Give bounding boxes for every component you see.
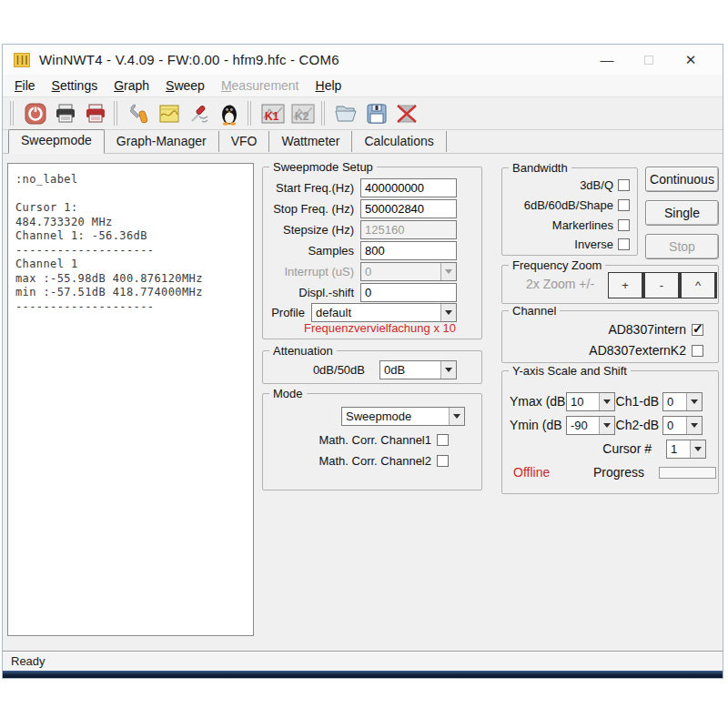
ad8307-extern-label: AD8307externK2 [589, 343, 686, 358]
bandwidth-6db-checkbox[interactable] [618, 199, 630, 211]
close-button[interactable]: ✕ [670, 52, 712, 68]
chevron-down-icon [440, 263, 456, 280]
ymin-combobox[interactable]: -90 [566, 416, 615, 435]
k2-graph-icon: K2 [290, 102, 316, 126]
menu-sweep[interactable]: Sweep [157, 76, 213, 95]
minimize-button[interactable]: — [586, 52, 628, 67]
progress-bar [659, 467, 716, 479]
output-line: Cursor 1: [15, 201, 246, 216]
open-folder-icon [334, 102, 359, 126]
zoom-up-button[interactable]: ^ [681, 272, 717, 298]
print-color-button[interactable] [80, 99, 110, 127]
chevron-down-icon[interactable] [449, 408, 464, 425]
toolbar-grip [114, 101, 117, 126]
ch2-db-label: Ch2-dB [615, 418, 662, 432]
interrupt-label: Interrupt (uS) [270, 265, 360, 278]
bandwidth-3db-label: 3dB/Q [508, 178, 618, 192]
toolbar-grip [248, 101, 251, 126]
chevron-down-icon[interactable] [686, 393, 702, 410]
ymax-label: Ymax (dB [510, 394, 566, 409]
markerlines-checkbox[interactable] [618, 219, 630, 231]
math-corr-ch2-checkbox[interactable] [437, 455, 449, 467]
output-line: :no_label [15, 173, 246, 187]
delete-graph-button[interactable] [391, 99, 421, 127]
status-bar: Ready [3, 651, 723, 671]
app-window: WinNWT4 - V.4.09 - FW:0.00 - hfm9.hfc - … [2, 44, 723, 679]
sweepmode-page: :no_label Cursor 1: 484.733320 MHz Chann… [3, 154, 723, 651]
output-line: max :-55.98dB 400.876120MHz [15, 272, 246, 287]
ad8307-intern-label: AD8307intern [608, 322, 686, 337]
frequency-zoom-group: Frequency Zoom 2x Zoom +/- + - ^ [501, 265, 719, 304]
start-freq-input[interactable]: 400000000 [360, 178, 457, 197]
linux-button[interactable] [214, 99, 244, 127]
open-file-button[interactable] [331, 99, 361, 127]
stop-freq-input[interactable]: 500002840 [360, 199, 457, 218]
chevron-down-icon[interactable] [440, 304, 456, 321]
channel2-graph-button[interactable]: K2 [288, 99, 318, 127]
window-controls: — ✕ [586, 52, 712, 68]
ch2-db-combobox[interactable]: 0 [662, 416, 703, 435]
single-button[interactable]: Single [645, 200, 719, 226]
ad8307-intern-checkbox[interactable] [692, 324, 703, 336]
ch1-db-label: Ch1-dB [615, 394, 662, 409]
output-line: 484.733320 MHz [15, 216, 246, 230]
stepsize-label: Stepsize (Hz) [270, 223, 360, 237]
math-corr-ch1-label: Math. Corr. Channel1 [318, 433, 431, 447]
chevron-down-icon[interactable] [599, 393, 614, 410]
tab-wattmeter[interactable]: Wattmeter [269, 131, 352, 152]
yaxis-group: Y-axis Scale and Shift Ymax (dB 10 Ch1-d… [501, 370, 719, 494]
output-line: Channel 1: -56.36dB [15, 229, 246, 244]
channel-group: Channel AD8307intern AD8307externK2 [501, 310, 719, 363]
settings-tools-button[interactable] [124, 99, 154, 127]
frequency-multiplier-note: Frequenzvervielfachung x 10 [303, 321, 457, 335]
calibration-button[interactable] [184, 99, 214, 127]
power-button[interactable] [20, 99, 50, 127]
stepsize-input: 125160 [360, 220, 457, 239]
ch1-db-combobox[interactable]: 0 [662, 392, 703, 411]
print-button[interactable] [50, 99, 80, 127]
displ-shift-input[interactable]: 0 [360, 283, 457, 302]
profile-combobox[interactable]: default [311, 303, 457, 322]
app-icon [14, 53, 30, 67]
mode-combobox[interactable]: Sweepmode [341, 407, 465, 426]
mode-group: Mode Sweepmode Math. Corr. Channel1 Math… [262, 393, 482, 490]
tab-sweepmode[interactable]: Sweepmode [8, 129, 105, 154]
continuous-button[interactable]: Continuous [645, 167, 719, 192]
zoom-in-button[interactable]: + [608, 272, 644, 298]
menu-measurement: Measurement [213, 76, 308, 95]
zoom-out-button[interactable]: - [644, 272, 681, 298]
chevron-down-icon[interactable] [690, 440, 705, 458]
power-icon [24, 102, 47, 126]
menu-bar: File Settings Graph Sweep Measurement He… [3, 75, 723, 96]
maximize-button[interactable] [628, 56, 670, 65]
menu-graph[interactable]: Graph [106, 76, 157, 95]
start-freq-label: Start Freq.(Hz) [270, 181, 360, 195]
chevron-down-icon[interactable] [599, 417, 614, 434]
bandwidth-3db-checkbox[interactable] [618, 179, 630, 191]
menu-settings[interactable]: Settings [44, 76, 106, 95]
zoom-2x-label: 2x Zoom +/- [526, 277, 594, 291]
tab-calculations[interactable]: Calculations [352, 131, 446, 152]
progress-label: Progress [593, 465, 644, 480]
samples-input[interactable]: 800 [360, 241, 457, 260]
attenuation-combobox[interactable]: 0dB [379, 360, 457, 379]
chevron-down-icon[interactable] [686, 417, 702, 434]
tab-vfo[interactable]: VFO [219, 131, 270, 152]
ad8307-extern-checkbox[interactable] [692, 345, 703, 357]
inverse-checkbox[interactable] [618, 238, 630, 250]
menu-file[interactable]: File [6, 76, 44, 95]
menu-help[interactable]: Help [308, 76, 350, 95]
ymax-combobox[interactable]: 10 [566, 392, 615, 411]
frequency-zoom-title: Frequency Zoom [509, 258, 605, 272]
tab-graph-manager[interactable]: Graph-Manager [105, 131, 219, 152]
math-corr-ch1-checkbox[interactable] [437, 434, 449, 446]
save-file-button[interactable] [361, 99, 391, 127]
graph-profile-button[interactable] [154, 99, 184, 127]
channel1-graph-button[interactable]: K1 [258, 99, 288, 127]
chevron-down-icon[interactable] [440, 361, 456, 379]
stop-freq-label: Stop Freq. (Hz) [270, 202, 360, 216]
cursor-number-combobox[interactable]: 1 [666, 440, 706, 459]
maximize-icon [644, 56, 653, 65]
stop-button[interactable]: Stop [645, 234, 719, 259]
screenshot-canvas: WinNWT4 - V.4.09 - FW:0.00 - hfm9.hfc - … [0, 0, 728, 728]
